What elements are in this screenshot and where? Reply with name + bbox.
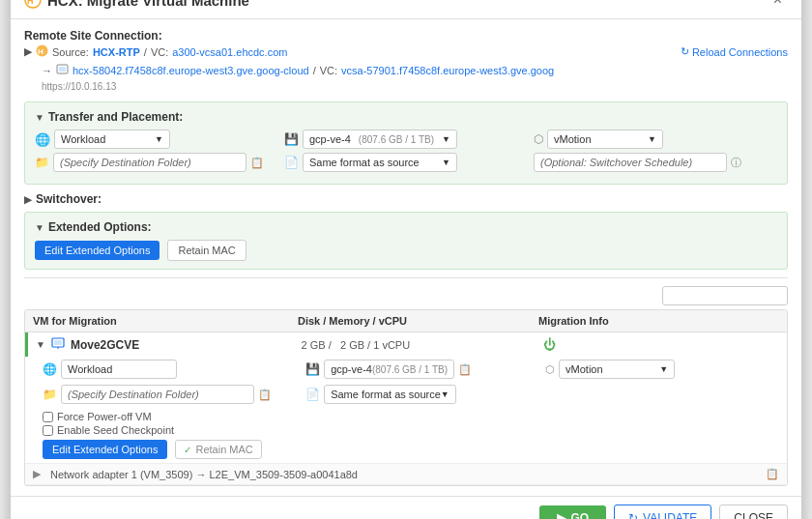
switchover-header-label: Switchover:	[36, 192, 102, 206]
datastore-select[interactable]: gcp-ve-4 (807.6 GB / 1 TB) ▼	[303, 130, 457, 149]
force-poweroff-checkbox[interactable]	[43, 412, 53, 422]
vm-workload-select[interactable]: Workload	[61, 360, 177, 379]
col-info-header: Migration Info	[538, 315, 779, 327]
format-select[interactable]: Same format as source ▼	[303, 153, 457, 172]
vm-migration-select[interactable]: vMotion ▼	[559, 360, 675, 379]
vm-ext-options-buttons: Edit Extended Options ✓ Retain MAC	[43, 440, 779, 459]
vm-folder-row: 📁 (Specify Destination Folder) 📋 📄 Same …	[25, 382, 787, 407]
vm-edit-extended-button[interactable]: Edit Extended Options	[43, 440, 167, 459]
vm-folder-col1: 📁 (Specify Destination Folder) 📋	[43, 385, 300, 404]
switchover-header[interactable]: ▶ Switchover:	[24, 192, 788, 206]
workload-cell: 🌐 Workload ▼	[35, 130, 278, 149]
remote-site-section: Remote Site Connection: ▶ H Source: HCX-…	[24, 29, 788, 94]
extended-options-buttons: Edit Extended Options Retain MAC	[35, 240, 777, 261]
dest-hcx: hcx-58042.f7458c8f.europe-west3.gve.goog…	[72, 65, 309, 76]
network-row: ▶ Network adapter 1 (VM_3509) → L2E_VM_3…	[25, 463, 787, 484]
force-poweroff-label: Force Power-off VM	[57, 411, 152, 422]
vmotion-chevron-icon: ▼	[648, 134, 656, 144]
source-row: ▶ H Source: HCX-RTP / VC: a300-vcsa01.eh…	[24, 43, 788, 61]
dialog-close-button[interactable]: ×	[768, 0, 788, 11]
hcx-logo-icon: H	[24, 0, 42, 9]
vm-datastore-select[interactable]: gcp-ve-4 (807.6 GB / 1 TB)	[324, 360, 454, 379]
force-poweroff-row: Force Power-off VM	[43, 411, 779, 422]
enable-seed-label: Enable Seed Checkpoint	[57, 424, 174, 436]
dest-vc-label: VC:	[320, 65, 337, 76]
dest-row: → → hcx-58042.f7458c8f.europe-west3.gve.…	[24, 61, 788, 79]
transfer-header[interactable]: ▼ Transfer and Placement:	[35, 110, 777, 124]
transfer-chevron-icon: ▼	[35, 112, 44, 123]
reload-connections-link[interactable]: ↻ Reload Connections	[681, 45, 788, 58]
go-button[interactable]: ▶ GO	[539, 505, 606, 519]
vm-group-disk: 2 GB / 2 GB / 1 vCPU	[302, 339, 537, 351]
copy-icon: 📋	[250, 157, 264, 169]
workload-select[interactable]: Workload ▼	[54, 130, 170, 149]
source-hcx-name: HCX-RTP	[93, 46, 140, 58]
fmt-chevron-icon: ▼	[441, 389, 450, 399]
vm-checkboxes-row: Force Power-off VM Enable Seed Checkpoin…	[25, 407, 787, 463]
enable-seed-checkbox[interactable]	[43, 425, 53, 436]
vm-chevron-icon[interactable]: ▼	[36, 339, 45, 350]
folder-select[interactable]: (Specify Destination Folder)	[53, 153, 246, 172]
dialog-title: H HCX: Migrate Virtual Machine	[24, 0, 249, 9]
vm-table: VM for Migration Disk / Memory / vCPU Mi…	[24, 309, 788, 486]
vmotion-select[interactable]: vMotion ▼	[547, 130, 663, 149]
vm-folder-select[interactable]: (Specify Destination Folder)	[61, 385, 254, 404]
source-prefix: Source:	[52, 46, 89, 58]
disk-icon: 💾	[284, 132, 299, 146]
svg-text:H: H	[27, 0, 34, 6]
divider	[24, 277, 788, 278]
dest-arrow: →	[42, 65, 52, 76]
close-button[interactable]: CLOSE	[719, 505, 788, 519]
edit-extended-button[interactable]: Edit Extended Options	[35, 241, 160, 260]
network-chevron-icon[interactable]: ▶	[33, 468, 41, 480]
datastore-chevron-icon: ▼	[442, 134, 450, 144]
power-icon: ⏻	[543, 337, 556, 352]
vm-format-select[interactable]: Same format as source ▼	[324, 385, 456, 404]
enable-seed-row: Enable Seed Checkpoint	[43, 424, 779, 436]
dialog-footer: ▶ GO ↻ VALIDATE CLOSE	[11, 496, 801, 519]
net-icon-2: ⬡	[545, 363, 555, 376]
extended-options-header[interactable]: ▼ Extended Options:	[35, 220, 777, 234]
schedule-cell: (Optional: Switchover Schedule) ⓘ	[534, 153, 777, 172]
folder-icon: 📁	[35, 156, 49, 169]
col-disk-header: Disk / Memory / vCPU	[298, 315, 538, 327]
table-header: VM for Migration Disk / Memory / vCPU Mi…	[25, 310, 787, 332]
search-input[interactable]	[662, 286, 788, 305]
network-edit-icon[interactable]: 📋	[766, 468, 779, 480]
validate-button[interactable]: ↻ VALIDATE	[614, 505, 711, 519]
dialog-title-text: HCX: Migrate Virtual Machine	[47, 0, 249, 9]
reload-icon: ↻	[681, 45, 689, 58]
extended-options-section: ▼ Extended Options: Edit Extended Option…	[24, 212, 788, 270]
vm-workload-col2: 💾 gcp-ve-4 (807.6 GB / 1 TB) 📋	[305, 360, 539, 379]
vm-group-row: ▼ Move2GCVE 2 GB / 2 GB / 1 vCPU	[25, 332, 787, 485]
mt-chevron-icon: ▼	[659, 364, 668, 374]
workload-chevron-icon: ▼	[155, 134, 163, 144]
transfer-header-label: Transfer and Placement:	[48, 110, 183, 124]
globe-icon-2: 🌐	[43, 362, 57, 376]
remote-site-label: Remote Site Connection:	[24, 29, 162, 43]
copy-icon-3: 📋	[258, 389, 272, 401]
vm-format-col2: 📄 Same format as source ▼	[305, 385, 539, 404]
switchover-section: ▶ Switchover:	[24, 192, 788, 206]
disk-icon-2: 💾	[305, 362, 320, 376]
svg-rect-5	[59, 67, 66, 72]
vm-retain-mac-button[interactable]: ✓ Retain MAC	[175, 440, 261, 459]
format-icon: 📄	[284, 156, 299, 169]
network-icon: ⬡	[534, 132, 543, 146]
vm-group-info: ⏻	[543, 337, 779, 352]
vm-group-name: ▼ Move2GCVE	[36, 336, 296, 353]
vmotion-cell: ⬡ vMotion ▼	[534, 130, 777, 149]
format-icon-2: 📄	[305, 388, 320, 401]
dest-icon	[56, 63, 69, 77]
dest-vc: vcsa-57901.f7458c8f.europe-west3.gve.goo…	[341, 65, 554, 76]
validate-icon: ↻	[628, 511, 638, 519]
schedule-select[interactable]: (Optional: Switchover Schedule)	[534, 153, 727, 172]
retain-mac-button[interactable]: Retain MAC	[167, 240, 246, 261]
copy-icon-2: 📋	[458, 363, 472, 376]
network-adapter-label: Network adapter 1 (VM_3509) → L2E_VM_350…	[50, 469, 760, 480]
site-url-row: https://10.0.16.13	[24, 79, 788, 94]
extended-header-label: Extended Options:	[48, 220, 152, 234]
info-icon: ⓘ	[731, 156, 741, 170]
expand-chevron-icon[interactable]: ▶	[24, 45, 32, 58]
svg-text:H: H	[38, 47, 44, 56]
